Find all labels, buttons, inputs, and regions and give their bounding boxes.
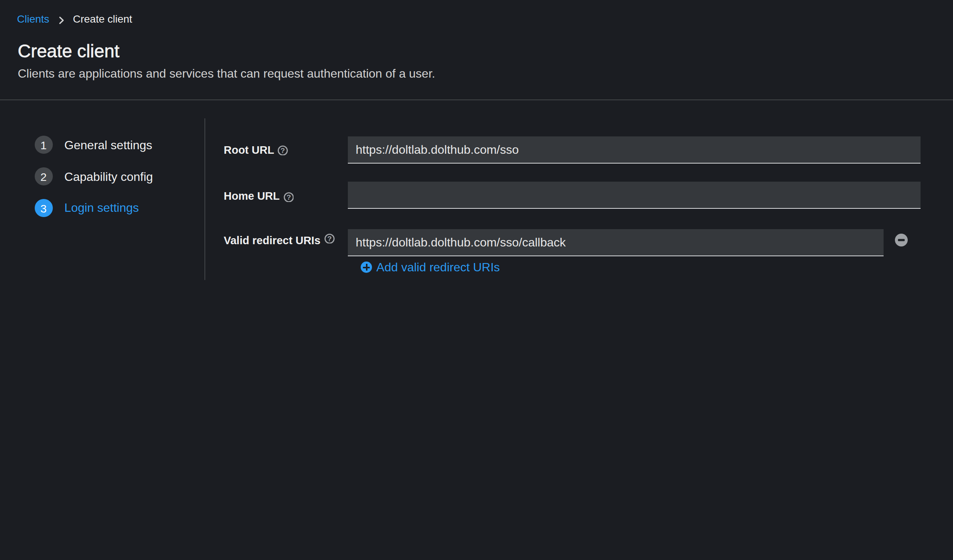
svg-text:?: ?: [281, 147, 285, 155]
svg-text:?: ?: [327, 235, 332, 243]
svg-text:?: ?: [286, 193, 291, 201]
